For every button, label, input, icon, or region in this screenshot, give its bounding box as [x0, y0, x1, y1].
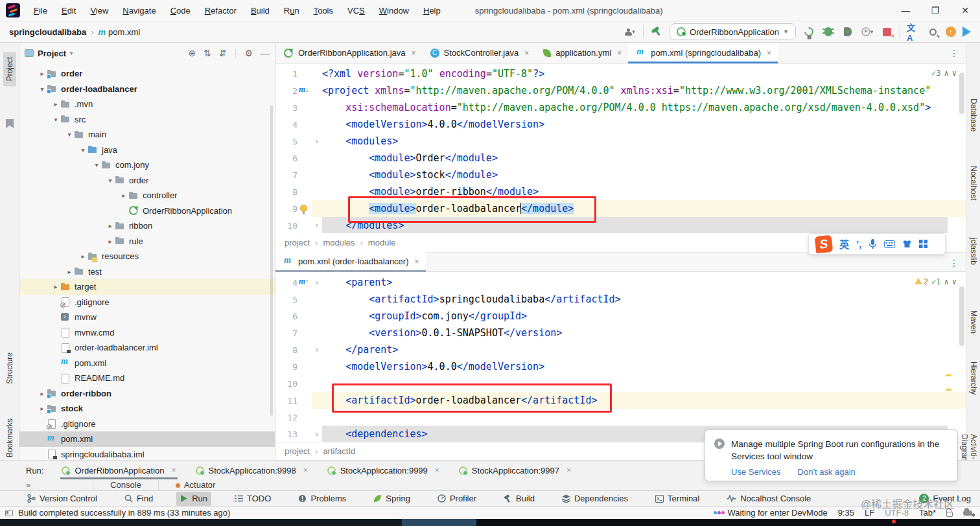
tool-button-build[interactable]: Build: [500, 492, 539, 506]
tree-item-springcloudalibaba-iml[interactable]: springcloudalibaba.iml: [19, 447, 275, 461]
tab-orderribbonapplication-java[interactable]: OrderRibbonApplication.java×: [275, 43, 423, 63]
menu-help[interactable]: Help: [417, 3, 447, 18]
restore-button[interactable]: ❐: [920, 0, 950, 21]
tree-arrow-icon[interactable]: ▾: [51, 116, 60, 123]
code-line-7[interactable]: 7 <version>0.0.1-SNAPSHOT</version>: [275, 325, 966, 341]
code-line-8[interactable]: 8∧ </parent>: [275, 341, 966, 358]
close-icon[interactable]: ×: [411, 49, 415, 58]
code-line-2[interactable]: 2m<project xmlns="http://maven.apache.or…: [275, 82, 966, 99]
tab-pom-xml-springcloudalibaba-[interactable]: pom.xml (springcloudalibaba)×: [628, 43, 778, 63]
close-icon[interactable]: ×: [435, 466, 439, 475]
close-button[interactable]: ✕: [950, 0, 980, 21]
fold-marker-icon[interactable]: ∧: [312, 347, 322, 353]
sogou-ime-toolbar[interactable]: S 英 ’,: [808, 233, 946, 255]
menu-edit[interactable]: Edit: [56, 3, 82, 18]
breadcrumb-project[interactable]: springcloudalibaba: [9, 27, 86, 37]
close-icon[interactable]: ×: [767, 49, 771, 58]
tree-item-controller[interactable]: ▸controller: [19, 188, 275, 203]
tree-item-order[interactable]: ▸order: [19, 66, 275, 82]
cloud-gear-icon[interactable]: [963, 510, 972, 516]
window-layout-icon[interactable]: [5, 510, 13, 516]
chevron-down-icon[interactable]: ▾: [70, 50, 73, 56]
keyboard-icon[interactable]: [884, 240, 895, 248]
tree-item-main[interactable]: ▾main: [19, 127, 275, 143]
minimize-button[interactable]: —: [891, 0, 920, 21]
tree-item-target[interactable]: ▸target: [19, 279, 275, 295]
translate-icon[interactable]: 文A: [907, 25, 920, 38]
tree-item-order-loadbalancer[interactable]: ▾order-loadbalancer: [19, 82, 275, 97]
inspections-widget[interactable]: 2 ✓1 ∧∨: [915, 277, 957, 286]
tree-arrow-icon[interactable]: ▸: [78, 253, 88, 260]
tab-options-icon[interactable]: ⋮: [950, 48, 959, 58]
tree-item-pom-xml[interactable]: pom.xml: [19, 356, 275, 371]
locate-file-icon[interactable]: ⊕: [189, 48, 196, 58]
tree-arrow-icon[interactable]: ▾: [106, 177, 115, 184]
code-line-5[interactable]: 5∨ <modules>: [275, 133, 966, 150]
breadcrumb-modules[interactable]: modules: [323, 238, 355, 247]
code-line-4[interactable]: 4 <modelVersion>4.0.0</modelVersion>: [275, 116, 966, 133]
lock-icon[interactable]: [946, 512, 953, 517]
tree-item-java[interactable]: ▾java: [19, 143, 275, 158]
code-line-7[interactable]: 7 <module>stock</module>: [275, 166, 966, 183]
stop-button[interactable]: [880, 25, 893, 38]
tree-arrow-icon[interactable]: ▾: [65, 131, 74, 138]
user-dropdown[interactable]: ▾: [624, 25, 636, 38]
tree-arrow-icon[interactable]: ▸: [51, 283, 60, 290]
tool-button-version-control[interactable]: Version Control: [23, 492, 101, 506]
code-line-1[interactable]: 1<?xml version="1.0" encoding="UTF-8"?>: [275, 65, 966, 82]
fold-marker-icon[interactable]: ∨: [312, 138, 322, 144]
code-line-3[interactable]: 3 xsi:schemaLocation="http://maven.apach…: [275, 99, 966, 116]
gear-icon[interactable]: ⚙: [244, 48, 253, 58]
menu-window[interactable]: Window: [373, 3, 415, 18]
menu-file[interactable]: File: [28, 3, 53, 18]
tree-arrow-icon[interactable]: ▸: [51, 100, 60, 108]
breadcrumb-project[interactable]: project: [285, 446, 310, 456]
sogou-logo[interactable]: S: [815, 234, 834, 253]
search-everywhere-button[interactable]: [926, 25, 939, 38]
maven-gutter-icon[interactable]: m: [298, 82, 312, 99]
editor2-scrollbar[interactable]: [959, 286, 964, 346]
breadcrumb-file[interactable]: pom.xml: [108, 27, 140, 37]
tab-pom-order-loadbalancer[interactable]: pom.xml (order-loadbalancer) ×: [275, 251, 426, 271]
tree-item-readme-md[interactable]: README.md: [19, 371, 275, 386]
tool-button-hierarchy[interactable]: Hierarchy: [967, 360, 980, 396]
skin-icon[interactable]: [902, 240, 912, 248]
notification-popup[interactable]: Manage multiple Spring Boot run configur…: [705, 429, 958, 481]
run-tab-orderribbonapplication[interactable]: OrderRibbonApplication×: [60, 461, 177, 480]
code-line-5[interactable]: 5 <artifactId>springcloudalibaba</artifa…: [275, 291, 966, 308]
tool-button-jclasslib[interactable]: jclasslib: [967, 236, 980, 266]
tree-item-com-jony[interactable]: ▾com.jony: [19, 157, 275, 173]
menu-build[interactable]: Build: [245, 3, 275, 18]
menu-navigate[interactable]: Navigate: [117, 3, 161, 18]
tree-arrow-icon[interactable]: ▾: [78, 146, 88, 154]
run-config-selector[interactable]: OrderRibbonApplication ▼: [670, 23, 796, 40]
update-icon[interactable]: ↑: [946, 27, 956, 37]
tool-button-dependencies[interactable]: Dependencies: [558, 492, 632, 506]
tool-button-todo[interactable]: TODO: [231, 492, 275, 506]
menu-vcs[interactable]: VCS: [342, 3, 371, 18]
close-icon[interactable]: ×: [172, 466, 176, 475]
tree-item-order[interactable]: ▾order: [19, 173, 275, 189]
inspections-widget[interactable]: ✓3 ∧∨: [931, 69, 957, 78]
fold-marker-icon[interactable]: ∨: [312, 279, 322, 286]
breadcrumb-module[interactable]: module: [368, 238, 396, 247]
notification-action-don-t-ask-again[interactable]: Don't ask again: [798, 467, 856, 477]
play-plugin-icon[interactable]: [962, 27, 971, 37]
devmode-status[interactable]: Waiting for enter DevMode: [714, 508, 828, 518]
menu-run[interactable]: Run: [278, 3, 305, 18]
tool-button-profiler[interactable]: Profiler: [434, 492, 480, 506]
tool-button-find[interactable]: Find: [121, 492, 157, 506]
coverage-button[interactable]: [841, 25, 854, 38]
code-line-6[interactable]: 6 <groupId>com.jony</groupId>: [275, 308, 966, 325]
run-tab-stockappliccation-9999[interactable]: StockAppliccation:9999×: [326, 461, 441, 480]
tree-arrow-icon[interactable]: ▸: [38, 405, 47, 412]
tree-arrow-icon[interactable]: ▸: [119, 192, 128, 199]
editor-pom-springcloudalibaba[interactable]: ✓3 ∧∨ 1<?xml version="1.0" encoding="UTF…: [275, 63, 966, 233]
breadcrumb-project[interactable]: project: [285, 238, 310, 247]
menu-code[interactable]: Code: [165, 3, 196, 18]
breadcrumb-artifactId[interactable]: artifactId: [323, 446, 355, 456]
tree-item-order-ribbon[interactable]: ▸order-ribbon: [19, 386, 275, 402]
code-line-4[interactable]: 4m∨ <parent>: [275, 274, 966, 291]
tree-item-resources[interactable]: ▸resources: [19, 249, 275, 264]
run-button[interactable]: [802, 25, 815, 38]
